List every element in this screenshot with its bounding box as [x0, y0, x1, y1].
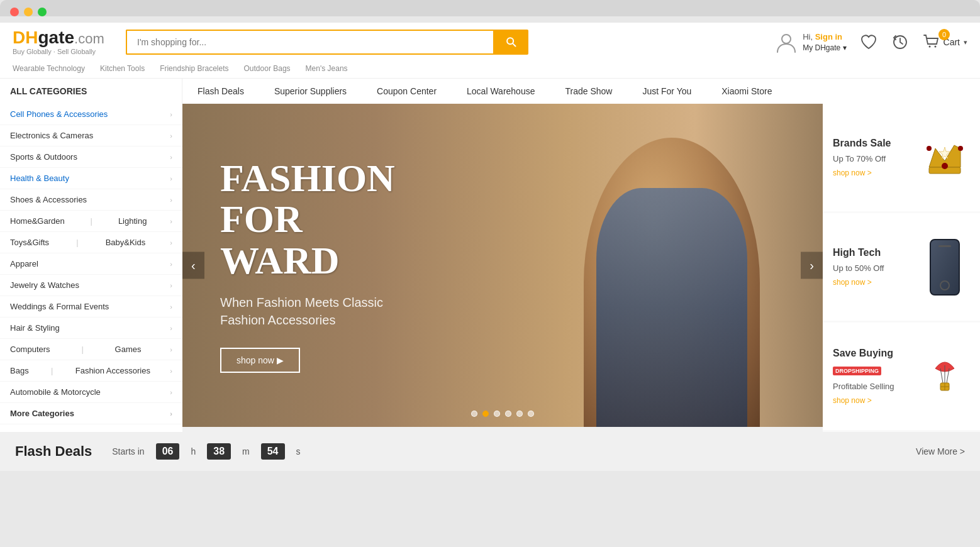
quick-link-wearable[interactable]: Wearable Technology [13, 64, 85, 73]
quick-link-outdoor[interactable]: Outdoor Bags [244, 64, 291, 73]
logo-dh: DH [13, 28, 38, 47]
header: DHgate.com Buy Globally · Sell Globally [0, 23, 980, 62]
close-window-button[interactable] [10, 8, 19, 16]
maximize-window-button[interactable] [38, 8, 47, 16]
window-buttons [10, 8, 970, 16]
promo-panels: Brands Sale Up To 70% Off shop now > [823, 104, 980, 432]
wishlist-icon[interactable] [859, 33, 878, 52]
nav-trade-show[interactable]: Trade Show [550, 79, 627, 104]
quick-link-friendship[interactable]: Friendship Bracelets [160, 64, 228, 73]
nav-xiaomi-store[interactable]: Xiaomi Store [706, 79, 787, 104]
sidebar-item-sports[interactable]: Sports & Outdoors › [0, 146, 182, 168]
promo-image-save [920, 351, 970, 402]
banner-dot-5[interactable] [516, 411, 523, 417]
history-icon[interactable] [891, 33, 910, 52]
sidebar-item-weddings[interactable]: Weddings & Formal Events › [0, 296, 182, 318]
logo[interactable]: DHgate.com Buy Globally · Sell Globally [13, 29, 113, 55]
main-banner-area: ‹ FASHION FOR WARD When Fashion Meets Cl… [182, 104, 823, 432]
sidebar-item-cell-phones[interactable]: Cell Phones & Accessories › [0, 104, 182, 125]
banner-dot-4[interactable] [505, 411, 511, 417]
cart-section[interactable]: 0 Cart ▾ [922, 33, 967, 52]
promo-title-tech: High Tech [833, 247, 920, 258]
logo-com: .com [74, 31, 104, 47]
sidebar-item-toys-gifts[interactable]: Toys&Gifts | Baby&Kids › [0, 232, 182, 253]
nav-coupon-center[interactable]: Coupon Center [362, 79, 452, 104]
promo-image-brands [920, 133, 970, 183]
view-more-link[interactable]: View More > [916, 446, 965, 456]
cart-count: 0 [938, 29, 950, 40]
quick-link-mens[interactable]: Men's Jeans [306, 64, 348, 73]
sign-in-link[interactable]: Sign in [815, 32, 842, 41]
sidebar-item-automobile[interactable]: Automobile & Motorcycle › [0, 382, 182, 403]
promo-panel-save-buying[interactable]: Save Buying DROPSHIPPING Profitable Sell… [823, 323, 980, 430]
banner-next-button[interactable]: › [801, 252, 823, 279]
main-content: DHgate.com Buy Globally · Sell Globally [0, 23, 980, 471]
all-categories-button[interactable]: ALL CATEGORIES [0, 79, 182, 104]
promo-link-tech[interactable]: shop now > [833, 278, 920, 287]
dropshipping-badge: DROPSHIPPING [833, 367, 881, 375]
search-icon [504, 35, 517, 48]
chevron-right-icon: › [170, 367, 172, 375]
promo-link-save[interactable]: shop now > [833, 396, 920, 405]
promo-content-save: Save Buying DROPSHIPPING Profitable Sell… [833, 348, 920, 405]
logo-text: DHgate.com [13, 29, 104, 47]
sidebar-item-hair[interactable]: Hair & Styling › [0, 318, 182, 339]
minimize-window-button[interactable] [24, 8, 33, 16]
sidebar-item-apparel[interactable]: Apparel › [0, 253, 182, 275]
promo-discount-brands: Up To 70% Off [833, 154, 920, 163]
svg-point-6 [942, 163, 948, 169]
chevron-right-icon: › [170, 303, 172, 311]
s-label: s [296, 446, 301, 456]
nav-superior-suppliers[interactable]: Superior Suppliers [259, 79, 362, 104]
user-section[interactable]: Hi, Sign in My DHgate ▾ [775, 31, 846, 53]
search-button[interactable] [493, 30, 528, 55]
promo-link-brands[interactable]: shop now > [833, 169, 920, 177]
svg-point-2 [928, 46, 930, 48]
svg-point-3 [934, 46, 936, 48]
sidebar-item-home-garden[interactable]: Home&Garden | Lighting › [0, 211, 182, 232]
header-actions: Hi, Sign in My DHgate ▾ [775, 31, 967, 53]
chevron-right-icon: › [170, 175, 172, 182]
chevron-right-icon: › [170, 346, 172, 353]
sidebar-item-health-beauty[interactable]: Health & Beauty › [0, 168, 182, 189]
banner-prev-button[interactable]: ‹ [182, 252, 204, 279]
user-icon [775, 31, 798, 53]
promo-title-save: Save Buying [833, 348, 920, 359]
banner-dot-2[interactable] [482, 411, 489, 417]
promo-image-tech [920, 242, 970, 292]
user-text: Hi, Sign in My DHgate ▾ [803, 31, 846, 53]
banner-navigation [471, 411, 534, 417]
sidebar-item-computers[interactable]: Computers | Games › [0, 339, 182, 360]
quick-link-kitchen[interactable]: Kitchen Tools [100, 64, 145, 73]
my-dhgate-link[interactable]: My DHgate ▾ [803, 43, 846, 53]
banner-subtitle: When Fashion Meets Classic Fashion Acces… [220, 294, 395, 329]
search-input[interactable] [126, 30, 493, 55]
nav-flash-deals[interactable]: Flash Deals [182, 79, 259, 104]
cart-icon [922, 33, 941, 52]
nav-just-for-you[interactable]: Just For You [627, 79, 706, 104]
banner-dot-1[interactable] [471, 411, 477, 417]
svg-point-0 [782, 35, 791, 43]
flash-hours-display: 06 [156, 443, 180, 460]
chevron-right-icon: › [170, 218, 172, 225]
promo-panel-high-tech[interactable]: High Tech Up to 50% Off shop now > [823, 213, 980, 321]
sidebar-item-bags[interactable]: Bags | Fashion Accessories › [0, 360, 182, 382]
dropship-icon [923, 353, 967, 400]
nav-items: Flash Deals Superior Suppliers Coupon Ce… [182, 79, 980, 104]
sidebar-item-more-categories[interactable]: More Categories › [0, 403, 182, 424]
nav-local-warehouse[interactable]: Local Warehouse [452, 79, 550, 104]
banner-shop-now-button[interactable]: shop now ▶ [220, 348, 300, 373]
svg-point-8 [958, 146, 963, 151]
window-chrome [0, 0, 980, 16]
promo-panel-brands-sale[interactable]: Brands Sale Up To 70% Off shop now > [823, 104, 980, 211]
nav-bar: ALL CATEGORIES Flash Deals Superior Supp… [0, 78, 980, 104]
banner-dot-3[interactable] [494, 411, 500, 417]
quick-links: Wearable Technology Kitchen Tools Friend… [0, 62, 980, 78]
chevron-right-icon: › [170, 324, 172, 332]
banner-dot-6[interactable] [528, 411, 534, 417]
sidebar-item-shoes[interactable]: Shoes & Accessories › [0, 189, 182, 211]
sidebar-item-jewelry[interactable]: Jewelry & Watches › [0, 275, 182, 296]
sidebar-item-electronics[interactable]: Electronics & Cameras › [0, 125, 182, 146]
promo-content-tech: High Tech Up to 50% Off shop now > [833, 247, 920, 287]
search-bar [126, 30, 528, 55]
